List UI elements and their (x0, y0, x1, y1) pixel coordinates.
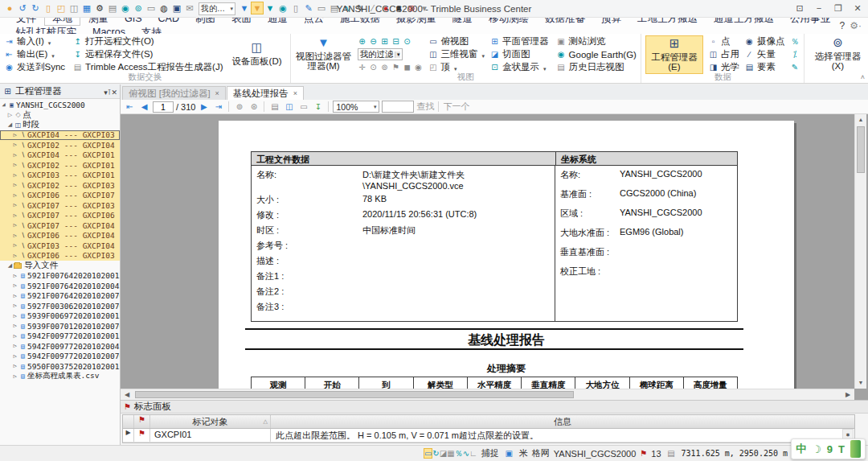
expand-icon[interactable]: ▷ (11, 202, 18, 208)
shade-icon[interactable]: ◪ (440, 449, 447, 458)
tree-session-item[interactable]: ▷∖GXCPI04 --- GXCPI03 (··· (0, 130, 120, 141)
record-icon[interactable]: ● (379, 2, 392, 14)
scroll-up-icon[interactable]: ▲ (855, 114, 866, 126)
report-icon[interactable]: ▤ (106, 2, 119, 15)
tree-session-item[interactable]: ▷∖GXCPI02 --- GXCPI03 (··· (0, 180, 120, 191)
view-filter-manager-button[interactable]: ▼视图过滤器管理器(M) (295, 35, 353, 72)
page-number-input[interactable] (153, 101, 174, 113)
ribbon-button[interactable]: ▣测站浏览 (556, 35, 637, 47)
expand-icon[interactable]: ▷ (11, 273, 18, 279)
horizontal-scrollbar[interactable]: ◀ ▶ (121, 389, 854, 400)
expand-icon[interactable]: ▷ (11, 313, 18, 319)
data-tool-icon[interactable]: ％ (789, 35, 800, 47)
ime-halfwidth-icon[interactable]: ☽ (812, 443, 821, 455)
expand-icon[interactable]: ▷ (11, 132, 18, 138)
expand-icon[interactable]: ▷ (11, 222, 18, 228)
ime-language-icon[interactable]: 中 (796, 442, 806, 456)
help-button[interactable]: ? (840, 20, 845, 31)
tree-file-item[interactable]: ▷▤5942F0097720201020042··· (0, 341, 120, 352)
collapse-ribbon-button[interactable]: ˄ (861, 73, 865, 81)
tree-session-item[interactable]: ▷∖GXCPI02 --- GXCPI01 (··· (0, 160, 120, 171)
print-icon[interactable]: ▤ (328, 2, 341, 15)
tree-file-item[interactable]: ▷▤5939F0069720201020013··· (0, 311, 120, 322)
expand-icon[interactable]: ▷ (11, 152, 18, 158)
web-map-icon[interactable]: ◉ (276, 2, 289, 15)
tree-session-item[interactable]: ▷∖GXCPI07 --- GXCPI03 (··· (0, 200, 120, 211)
ribbon-button[interactable]: ◫三维视窗 (428, 48, 485, 60)
new-doc-icon[interactable]: ▯ (289, 2, 302, 15)
grid-label[interactable]: 格网 (532, 447, 550, 459)
document-tab[interactable]: 基线处理报告× (227, 86, 304, 100)
feedback-button[interactable]: ⊡ (792, 3, 807, 14)
more-icon[interactable]: ▾ (418, 2, 431, 15)
info-column-header[interactable]: 信息 (271, 415, 854, 428)
abort-icon[interactable]: ⊗ (405, 2, 418, 15)
expand-icon[interactable]: ◢ (6, 262, 14, 269)
expand-icon[interactable]: ▷ (11, 363, 18, 369)
clock-icon[interactable]: ◍ (158, 2, 170, 15)
tree-file-item[interactable]: ▷▤5921F0076420201020013··· (0, 271, 120, 282)
pan-tool-icon[interactable]: ⊙ (369, 63, 379, 72)
expand-icon[interactable]: ▷ (6, 112, 14, 118)
settings-icon[interactable]: ⚙ (93, 2, 106, 15)
snap-toggle[interactable]: 捕捉 (481, 447, 499, 459)
unit-label[interactable]: 米 (519, 447, 528, 459)
pan-tool-icon[interactable]: ◼ (403, 63, 412, 72)
redo-icon[interactable]: ↻ (29, 2, 42, 15)
pan-tool-icon[interactable]: ⊚ (380, 63, 390, 72)
expand-icon[interactable]: ▷ (11, 323, 18, 329)
crs-label[interactable]: YANSHI_CGCS2000 (554, 449, 637, 459)
expand-icon[interactable]: ▷ (11, 162, 18, 168)
expand-icon[interactable]: ▷ (11, 282, 18, 289)
window-icon[interactable]: ▭ (145, 2, 158, 15)
pan-tool-icon[interactable]: ⚑ (391, 63, 401, 72)
tree-node-points[interactable]: ▷◇点 (0, 110, 120, 121)
expand-icon[interactable]: ▷ (11, 242, 18, 249)
ribbon-button[interactable]: ⇤输出(E) (4, 48, 68, 60)
tree-session-item[interactable]: ▷∖GXCPI04 --- GXCPI01 (··· (0, 150, 120, 161)
ribbon-button[interactable]: ⊞平面管理器 (489, 35, 551, 47)
zoom-select[interactable]: 100%▾ (333, 101, 379, 113)
export-button[interactable]: ↧ (312, 102, 324, 111)
ime-logo[interactable] (850, 440, 861, 458)
tree-file-item[interactable]: ▷▤5927F0030620201020070··· (0, 301, 120, 311)
grid-toggle-icon[interactable]: ▦ (447, 449, 454, 458)
flagged-object-column-header[interactable]: 标记对象△ (150, 415, 271, 428)
zoom-tool-icon[interactable]: ⊟ (391, 37, 401, 46)
zoom-tool-icon[interactable]: ⊖ (369, 37, 379, 46)
view-filter-icon[interactable]: ▼ (238, 2, 251, 14)
close-tab-icon[interactable]: × (293, 89, 297, 97)
tree-node-sessions[interactable]: ◢◫时段 (0, 120, 120, 130)
layout-icon[interactable]: ▭ (315, 2, 328, 15)
find-next-button[interactable]: 下一个 (443, 101, 469, 113)
ribbon-button[interactable]: ⇥输入(I) (4, 35, 68, 47)
new-project-icon[interactable]: ▯ (42, 2, 55, 15)
print-button[interactable]: ▤ (268, 102, 280, 111)
back-button[interactable]: ⊚ (233, 102, 245, 111)
zoom-tool-icon[interactable]: ⊕ (358, 37, 367, 46)
pan-tool-icon[interactable]: ◉ (414, 63, 424, 72)
flag-column-header[interactable]: ⚑ (134, 415, 150, 428)
tree-root[interactable]: ◢▣YANSHI_CGCS2000 (0, 100, 120, 110)
flagged-object-cell[interactable]: GXCPI01 (150, 429, 271, 442)
find-button[interactable]: 查找 (416, 101, 434, 113)
select-mode-icon[interactable]: ▭ (424, 448, 432, 459)
close-button[interactable]: ✕ (850, 3, 865, 14)
line-tool-icon[interactable]: ⁄ (366, 2, 379, 14)
expand-icon[interactable]: ▷ (11, 373, 18, 380)
expand-icon[interactable]: ▷ (11, 253, 18, 259)
image-icon[interactable]: ▣ (170, 2, 183, 15)
expand-icon[interactable]: ▷ (11, 192, 18, 199)
copy-icon[interactable]: ◫ (68, 2, 80, 15)
undo-icon[interactable]: ↺ (16, 2, 29, 15)
scroll-thumb[interactable] (857, 126, 865, 173)
ime-number-icon[interactable]: 9 (827, 443, 833, 455)
ribbon-button[interactable]: ∕矢量 (744, 48, 785, 60)
expand-icon[interactable]: ▷ (11, 293, 18, 299)
tree-session-item[interactable]: ▷∖GXCPI03 --- GXCPI01 (··· (0, 171, 120, 181)
edit-icon[interactable]: ✎ (302, 2, 315, 15)
ribbon-button[interactable]: ▫点 (708, 35, 739, 47)
tree-file-item[interactable]: ▷▤5921F0076420201020070··· (0, 291, 120, 302)
flag-count-icon[interactable]: ⚑ (640, 449, 647, 458)
tree-file-item[interactable]: ▷▤5939F0070120201020070··· (0, 321, 120, 331)
